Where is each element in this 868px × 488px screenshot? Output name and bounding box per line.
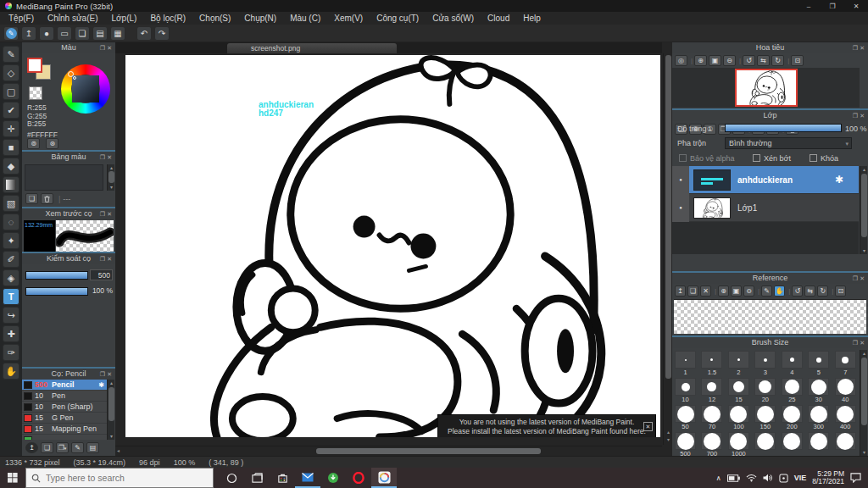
brush-row[interactable]: 15 G Pen [22,413,107,424]
comment-button[interactable]: ● [39,26,54,41]
menu-cloud[interactable]: Cloud [481,12,516,25]
zoom-out-button[interactable]: ⊖ [723,55,736,66]
operation-tool[interactable]: ↪ [3,307,19,324]
eyedropper-tool[interactable]: ✑ [3,344,19,361]
popup-icon[interactable]: ❐ [100,154,107,160]
minimize-button[interactable]: – [797,0,821,12]
menu-view[interactable]: Xem(V) [327,12,370,25]
size-cell-partial[interactable] [754,431,776,450]
size-cell[interactable]: 1.5 [700,350,723,377]
scroll-down-icon[interactable]: ▾ [860,449,868,456]
size-cell[interactable]: 500 [674,431,697,456]
size-cell[interactable]: 20 [754,377,776,404]
menu-select[interactable]: Chọn(S) [192,12,237,25]
size-cell[interactable]: 2 [727,350,750,377]
brush-list-scrollbar[interactable]: ▴ ▾ [107,380,114,440]
size-cell[interactable]: 5 [807,350,830,377]
palette-scrollbar[interactable]: ▴ ▾ [107,164,114,191]
sv-indicator[interactable] [73,76,76,80]
saturation-square[interactable] [72,75,99,103]
lasso-tool[interactable]: ◌ [3,214,19,230]
lock-button[interactable]: ⊡ [791,55,804,66]
close-icon[interactable]: ✕ [860,113,866,119]
popup-icon[interactable]: ❐ [853,45,860,51]
size-cell-partial[interactable] [807,431,830,450]
settings-list-button[interactable]: ▤ [92,26,108,41]
select-tool[interactable]: ▧ [3,195,19,212]
close-icon[interactable]: ✕ [107,211,114,217]
layer-scrollbar[interactable]: ▴ ▾ [860,166,867,254]
close-icon[interactable]: ✕ [860,275,866,281]
brush-folder-button[interactable]: ▤ [86,442,99,453]
close-button[interactable]: ✕ [844,0,868,12]
brush-size-value[interactable]: 500 [90,269,113,280]
protect-alpha-checkbox[interactable]: Bảo vệ alpha [679,154,735,163]
zoom-out-button[interactable]: ⊖ [743,286,754,297]
size-cell[interactable]: 30 [807,377,830,404]
zoom-tool-button[interactable]: ◎ [675,55,687,66]
rotate-right-button[interactable]: ↻ [817,286,828,297]
transparent-color-swatch[interactable] [29,86,42,100]
frame-tool[interactable]: ▢ [3,83,19,100]
cortana-button[interactable] [219,468,244,488]
pick-color-button[interactable]: ✎ [761,286,772,297]
new-brush-button[interactable]: ❏ [41,442,53,453]
size-cell[interactable]: 7 [834,350,857,377]
close-icon[interactable]: ✕ [107,45,114,51]
upload-brush-button[interactable]: ↥ [25,442,38,453]
store-button[interactable] [270,468,295,488]
document-button[interactable]: ❏ [75,26,90,41]
action-center-icon[interactable] [850,473,861,483]
foreground-color-swatch[interactable] [27,58,42,73]
taskbar-clock[interactable]: 5:29 PM 8/17/2021 [812,470,844,485]
fit-window-button[interactable]: ▣ [731,286,742,297]
new-swatch-button[interactable]: ❏ [25,193,38,204]
flip-button[interactable]: ⇆ [804,286,815,297]
move-tool[interactable]: ✛ [3,120,19,137]
wifi-icon[interactable] [746,474,757,482]
search-input[interactable] [46,473,198,483]
brush-home-button[interactable]: ✎ [3,26,19,41]
brush-row[interactable]: 500 Pencil ✱ [22,380,107,391]
color-wheel[interactable] [61,64,110,114]
scroll-up-icon[interactable]: ▴ [860,350,868,357]
layer-row[interactable]: ● Lớp1 [672,194,859,222]
popup-icon[interactable]: ❐ [100,256,107,262]
close-icon[interactable]: ✕ [107,256,114,262]
size-cell[interactable]: 15 [727,377,750,404]
gradient-tool[interactable] [3,176,19,193]
start-button[interactable] [0,468,25,488]
edit-brush-button[interactable]: ✎ [71,442,84,453]
canvas-hscrollbar[interactable]: ◂ [115,446,662,455]
layer-opacity-slider[interactable] [725,124,842,132]
hand-tool[interactable]: ✋ [3,363,19,380]
popup-icon[interactable]: ❐ [853,275,860,281]
close-icon[interactable]: ✕ [860,45,866,51]
message-button[interactable]: ▭ [57,26,72,41]
magic-wand-tool[interactable]: ✦ [3,232,19,249]
pan-reference-button[interactable]: ✋ [774,286,785,297]
lock-button[interactable]: ⊡ [835,286,846,297]
grid-view-button[interactable]: ▦ [110,26,125,41]
size-cell[interactable]: 50 [674,404,697,431]
visibility-toggle[interactable]: ● [672,166,689,194]
close-icon[interactable]: ✕ [107,154,114,160]
clear-reference-button[interactable]: ✕ [700,286,711,297]
mail-button[interactable] [295,468,320,488]
scroll-down-icon[interactable]: ▾ [108,184,115,191]
hscroll-thumb[interactable] [316,448,541,454]
scroll-up-icon[interactable]: ▴ [108,380,115,386]
size-cell[interactable]: 12 [700,377,723,404]
size-cell[interactable]: 1 [674,350,697,377]
close-icon[interactable]: ✕ [107,371,114,377]
rotate-left-button[interactable]: ↺ [792,286,803,297]
size-cell[interactable]: 400 [834,404,857,431]
layer-settings-icon[interactable]: ✱ [835,174,843,186]
zoom-in-button[interactable]: ⊕ [694,55,707,66]
size-cell[interactable]: 25 [781,377,804,404]
brush-row[interactable]: 10 Pen [22,391,107,402]
reference-view[interactable] [674,299,866,334]
polyline-tool[interactable]: ✔ [3,102,19,119]
canvas[interactable]: anhduckieran hd247 You are not using the… [125,55,660,437]
menu-window[interactable]: Cửa sổ(W) [426,12,481,25]
